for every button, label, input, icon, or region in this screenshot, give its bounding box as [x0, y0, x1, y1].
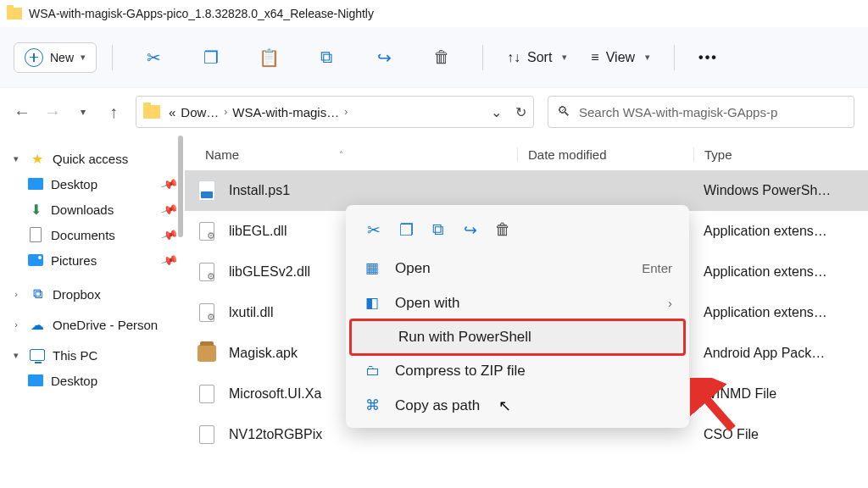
star-icon: ★ [29, 151, 46, 166]
chevron-right-icon: › [344, 106, 348, 118]
file-type: Windows PowerSh… [693, 183, 868, 198]
context-menu-compress-zip[interactable]: 🗀 Compress to ZIP file [351, 354, 684, 388]
sidebar-item-desktop[interactable]: Desktop 📌 [3, 171, 185, 197]
sidebar-item-onedrive[interactable]: › ☁ OneDrive - Person [3, 312, 185, 337]
new-label: New [50, 51, 74, 64]
pictures-icon [28, 254, 43, 266]
context-menu: ✂ ❐ ⧉ ↪ 🗑 ▦ Open Enter ◧ Open with › Run… [346, 205, 689, 428]
navrow: ← → ▾ ↑ « Dow… › WSA-with-magis… › ⌄ ↻ 🔍… [0, 88, 868, 136]
chevron-down-icon[interactable]: ⌄ [491, 104, 502, 120]
breadcrumb-seg[interactable]: Dow… [181, 105, 219, 119]
cloud-icon: ☁ [29, 317, 46, 332]
view-label: View [606, 50, 635, 65]
pc-icon [30, 349, 45, 361]
column-label: Type [704, 147, 732, 162]
toolbar: New ▾ ✂ ❐ 📋 ⧉ ↪ 🗑 ↑↓ Sort ▾ ≡ View ▾ ••• [0, 27, 868, 88]
sidebar-item-label: Desktop [51, 374, 97, 388]
desktop-icon [28, 374, 43, 386]
plus-icon [25, 48, 43, 67]
folder-icon [143, 105, 160, 119]
refresh-icon[interactable]: ↻ [515, 104, 526, 120]
forward-button[interactable]: → [44, 103, 61, 122]
breadcrumb-ellipsis[interactable]: « [169, 105, 175, 119]
sort-label: Sort [527, 50, 552, 65]
breadcrumb[interactable]: « Dow… › WSA-with-magis… › ⌄ ↻ [136, 96, 534, 128]
context-menu-open[interactable]: ▦ Open Enter [351, 251, 684, 286]
column-headers: Name ˄ Date modified Type [185, 136, 868, 170]
cut-icon[interactable]: ✂ [143, 47, 164, 68]
open-with-icon: ◧ [363, 294, 381, 312]
rename-icon[interactable]: ⧉ [316, 47, 337, 68]
chevron-right-icon[interactable]: › [10, 319, 22, 330]
file-type: Application extens… [693, 264, 868, 280]
chevron-down-icon[interactable]: ▾ [75, 106, 92, 118]
file-name: Install.ps1 [229, 183, 517, 198]
file-type: CSO File [693, 427, 868, 442]
up-button[interactable]: ↑ [105, 103, 122, 122]
file-name: NV12toRGBPix [229, 427, 517, 442]
sidebar: ▾ ★ Quick access Desktop 📌 ⬇ Downloads 📌… [0, 136, 185, 488]
new-button[interactable]: New ▾ [14, 42, 97, 73]
titlebar: WSA-with-magisk-GApps-pico_1.8.32828.0_x… [0, 0, 868, 27]
folder-icon [7, 8, 22, 19]
sort-icon: ↑↓ [507, 50, 520, 65]
sidebar-item-dropbox[interactable]: › ⧉ Dropbox [3, 281, 185, 307]
delete-icon[interactable]: 🗑 [431, 47, 452, 68]
search-icon: 🔍︎ [557, 104, 570, 119]
cut-icon[interactable]: ✂ [359, 215, 388, 244]
column-date[interactable]: Date modified [517, 147, 693, 162]
share-icon[interactable]: ↪ [374, 47, 394, 68]
sidebar-item-label: Documents [51, 228, 115, 242]
sidebar-item-label: This PC [53, 348, 97, 363]
sidebar-item-label: OneDrive - Person [53, 318, 158, 332]
scrollbar-thumb[interactable] [178, 136, 183, 237]
copy-icon[interactable]: ❐ [392, 215, 420, 244]
sidebar-item-documents[interactable]: Documents 📌 [3, 222, 185, 247]
view-button[interactable]: ≡ View ▾ [591, 50, 650, 65]
document-icon [30, 227, 42, 242]
sidebar-item-desktop-pc[interactable]: Desktop [3, 368, 185, 393]
column-label: Date modified [528, 147, 607, 162]
search-input[interactable]: 🔍︎ Search WSA-with-magisk-GApps-p [548, 96, 854, 128]
paste-icon[interactable]: 📋 [259, 47, 279, 68]
file-type: Android App Pack… [693, 346, 868, 361]
menu-label: Compress to ZIP file [395, 363, 526, 380]
download-icon: ⬇ [27, 202, 44, 217]
chevron-right-icon: › [224, 106, 227, 118]
column-type[interactable]: Type [693, 147, 868, 162]
desktop-icon [28, 178, 43, 190]
context-menu-run-powershell[interactable]: Run with PowerShell [351, 320, 684, 354]
sidebar-item-label: Quick access [53, 152, 128, 166]
menu-label: Open [395, 260, 431, 277]
dropbox-icon: ⧉ [29, 286, 46, 302]
sidebar-item-downloads[interactable]: ⬇ Downloads 📌 [3, 197, 185, 222]
sidebar-item-pictures[interactable]: Pictures 📌 [3, 247, 185, 273]
chevron-right-icon[interactable]: › [10, 289, 22, 299]
back-button[interactable]: ← [14, 103, 31, 122]
zip-icon: 🗀 [363, 363, 381, 380]
chevron-down-icon[interactable]: ▾ [10, 153, 22, 164]
path-icon: ⌘ [363, 396, 381, 414]
more-button[interactable]: ••• [698, 50, 718, 65]
rename-icon[interactable]: ⧉ [424, 215, 453, 244]
chevron-right-icon: › [668, 296, 672, 310]
dll-file-icon [199, 303, 214, 322]
powershell-file-icon [198, 180, 215, 201]
sidebar-item-label: Downloads [51, 202, 114, 217]
breadcrumb-seg[interactable]: WSA-with-magis… [232, 105, 339, 119]
sidebar-item-quick-access[interactable]: ▾ ★ Quick access [3, 146, 185, 171]
sort-button[interactable]: ↑↓ Sort ▾ [507, 50, 567, 65]
delete-icon[interactable]: 🗑 [488, 215, 517, 244]
file-type: Application extens… [693, 224, 868, 239]
chevron-down-icon: ▾ [645, 52, 650, 63]
context-menu-copy-path[interactable]: ⌘ Copy as path [351, 388, 684, 423]
chevron-down-icon[interactable]: ▾ [10, 350, 22, 361]
scrollbar[interactable] [176, 136, 185, 488]
file-type: WINMD File [693, 386, 868, 402]
menu-hint: Enter [642, 261, 672, 275]
share-icon[interactable]: ↪ [456, 215, 485, 244]
copy-icon[interactable]: ❐ [201, 47, 221, 68]
column-name[interactable]: Name ˄ [205, 147, 517, 162]
sidebar-item-this-pc[interactable]: ▾ This PC [3, 342, 185, 368]
context-menu-open-with[interactable]: ◧ Open with › [351, 286, 684, 320]
